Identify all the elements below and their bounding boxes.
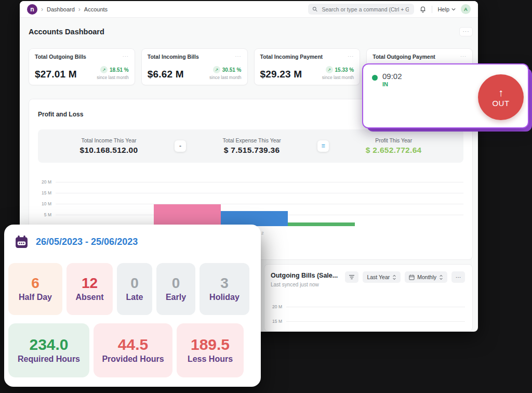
date-range-picker[interactable]: 26/05/2023 - 25/06/2023: [15, 235, 138, 249]
breadcrumb-accounts[interactable]: Accounts: [84, 6, 108, 12]
clock-in-out-card: 09:02 IN ↑ OUT: [362, 63, 529, 128]
stat-card-more-button[interactable]: ···: [123, 54, 129, 59]
hours-tile: 234.0 Required Hours: [8, 323, 89, 377]
attendance-tile: 3 Holiday: [200, 263, 249, 315]
outgoing-bills-chart: 20 M15 M: [269, 303, 465, 332]
stat-card-note: since last month: [209, 75, 241, 80]
attendance-tile-label: Holiday: [209, 293, 240, 302]
attendance-tile-value: 0: [172, 276, 180, 291]
hours-tile-value: 44.5: [118, 337, 148, 352]
trend-up-icon: ↗: [326, 66, 333, 73]
attendance-tile-label: Half Day: [19, 293, 52, 302]
status-dot-icon: [372, 75, 378, 81]
attendance-tile-label: Early: [166, 293, 186, 302]
outgoing-more-button[interactable]: ···: [451, 271, 465, 283]
filter-button[interactable]: [345, 271, 358, 283]
stat-card-value: $29.23 M: [260, 69, 302, 80]
pl-chart-bars: [154, 204, 355, 226]
page-title: Accounts Dashboard: [29, 28, 104, 36]
hours-tile-value: 234.0: [29, 337, 68, 352]
last-synced-text: Last synced just now: [271, 282, 319, 287]
pl-chart-bar: [154, 204, 221, 226]
profit-value: $ 2.652.772.64: [366, 146, 422, 155]
outgoing-bills-card: Outgoing Bills (Sale... Last synced just…: [264, 264, 473, 332]
clock-in-time: 09:02: [382, 72, 402, 81]
stat-card-title: Total Incoming Bills: [148, 54, 199, 60]
breadcrumb-dashboard[interactable]: Dashboard: [47, 6, 75, 12]
hours-tile: 44.5 Provided Hours: [94, 323, 172, 377]
topbar-divider: [432, 6, 432, 13]
stat-card-change: 15.33 %: [335, 67, 354, 73]
bell-icon: [419, 6, 427, 13]
outgoing-bills-title: Outgoing Bills (Sale...: [271, 272, 338, 279]
calendar-small-icon: [409, 274, 415, 280]
stat-card-more-button[interactable]: ···: [235, 54, 242, 59]
expense-value: $ 7.515.739.36: [222, 146, 281, 155]
stat-card-outgoing-bills: Total Outgoing Bills ··· $27.01 M ↗ 18.5…: [29, 48, 135, 85]
chevron-right-icon: ›: [41, 6, 43, 12]
app-logo-icon: n: [27, 4, 37, 15]
help-label: Help: [437, 6, 449, 12]
attendance-tile-value: 0: [130, 276, 139, 291]
clock-out-label: OUT: [492, 99, 509, 108]
topbar: n › Dashboard › Accounts Help: [20, 1, 478, 18]
page-more-button[interactable]: ···: [459, 27, 473, 36]
profit-and-loss-summary: Total Income This Year $10.168.512.00 - …: [38, 129, 463, 163]
profit-label: Profit This Year: [366, 137, 422, 143]
stat-card-more-button[interactable]: ···: [348, 54, 354, 59]
search-input[interactable]: [321, 6, 410, 13]
attendance-tile-value: 12: [82, 276, 98, 291]
filter-icon: [349, 274, 355, 280]
monthly-label: Monthly: [417, 274, 436, 280]
pl-chart-bar: [288, 222, 355, 226]
stat-card-value: $6.62 M: [148, 69, 184, 80]
attendance-tile: 6 Half Day: [8, 263, 62, 315]
chevron-down-icon: [451, 8, 456, 11]
sort-arrows-icon: [392, 274, 396, 280]
attendance-tile: 0 Early: [156, 263, 195, 315]
search-bar[interactable]: [308, 4, 414, 15]
stat-card-title: Total Outgoing Payment: [373, 54, 435, 60]
trend-up-icon: ↗: [213, 66, 220, 73]
calendar-icon: [15, 235, 29, 249]
profit-and-loss-title: Profit and Loss: [38, 111, 83, 118]
stat-card-incoming-payment: Total Incoming Payment ··· $29.23 M ↗ 15…: [254, 48, 361, 85]
attendance-tile-label: Absent: [75, 293, 103, 302]
clock-out-button[interactable]: ↑ OUT: [478, 74, 524, 120]
attendance-tile-value: 3: [220, 276, 229, 291]
search-icon: [312, 6, 317, 12]
last-year-dropdown[interactable]: Last Year: [363, 271, 401, 283]
backdrop: n › Dashboard › Accounts Help: [0, 0, 532, 393]
stat-card-title: Total Incoming Payment: [260, 54, 323, 60]
stat-card-note: since last month: [97, 75, 128, 80]
attendance-tiles-row: 6 Half Day 12 Absent 0 Late 0 Early 3 Ho…: [8, 263, 249, 315]
attendance-tile: 12 Absent: [66, 263, 113, 315]
attendance-tile-value: 6: [31, 276, 39, 291]
hours-tile-label: Less Hours: [188, 355, 233, 364]
hours-tile: 189.5 Less Hours: [177, 323, 244, 377]
hours-tile-label: Provided Hours: [102, 355, 164, 364]
trend-up-icon: ↗: [100, 66, 108, 73]
stat-card-note: since last month: [322, 75, 354, 80]
avatar[interactable]: A: [461, 4, 471, 14]
notifications-button[interactable]: [419, 6, 427, 13]
hours-tile-label: Required Hours: [18, 355, 80, 364]
attendance-tile-label: Late: [126, 293, 143, 302]
hours-tile-value: 189.5: [191, 337, 230, 352]
expense-label: Total Expense This Year: [222, 137, 281, 143]
help-menu[interactable]: Help: [437, 6, 456, 12]
attendance-tile: 0 Late: [117, 263, 152, 315]
clock-in-status: IN: [382, 81, 402, 87]
chevron-right-icon: ›: [78, 6, 81, 12]
monthly-dropdown[interactable]: Monthly: [405, 271, 447, 283]
income-label: Total Income This Year: [79, 137, 138, 143]
stat-card-title: Total Outgoing Bills: [35, 54, 86, 60]
stat-card-change: 30.51 %: [222, 67, 242, 73]
pl-chart-bar: [221, 211, 288, 226]
attendance-hours-row: 234.0 Required Hours 44.5 Provided Hours…: [8, 323, 244, 377]
arrow-up-icon: ↑: [498, 87, 503, 98]
stat-card-more-button[interactable]: ···: [460, 54, 467, 59]
breadcrumb: n › Dashboard › Accounts: [27, 4, 108, 15]
profit-and-loss-chart: 5 M10 M15 M20 M 2: [38, 177, 463, 228]
attendance-card: 26/05/2023 - 25/06/2023 6 Half Day 12 Ab…: [4, 225, 261, 387]
